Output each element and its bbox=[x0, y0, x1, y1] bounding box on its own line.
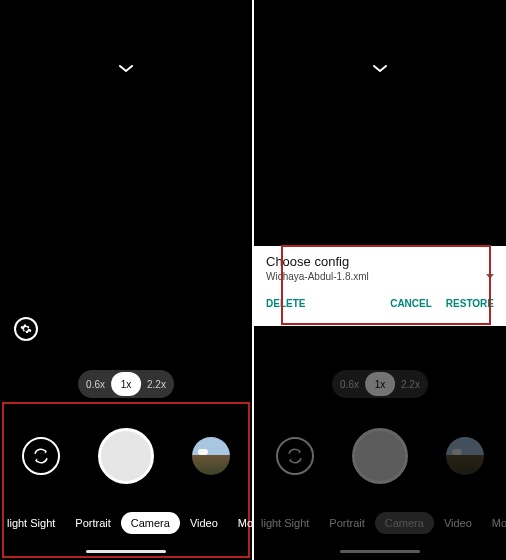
zoom-option-1[interactable]: 1x bbox=[111, 372, 141, 396]
zoom-option-2[interactable]: 2.2x bbox=[395, 372, 426, 396]
zoom-option-0[interactable]: 0.6x bbox=[80, 372, 111, 396]
config-dialog: Choose config Wichaya-Abdul-1.8.xml DELE… bbox=[254, 246, 506, 326]
shutter-row bbox=[254, 428, 506, 484]
phone-left: 0.6x 1x 2.2x light Sight Portrait Camera… bbox=[0, 0, 252, 560]
bottom-controls: light Sight Portrait Camera Video More bbox=[0, 400, 252, 560]
mode-portrait[interactable]: Portrait bbox=[319, 512, 374, 534]
gallery-thumbnail[interactable] bbox=[446, 437, 484, 475]
mode-night-sight[interactable]: light Sight bbox=[0, 512, 65, 534]
zoom-selector[interactable]: 0.6x 1x 2.2x bbox=[78, 370, 174, 398]
gear-icon bbox=[20, 323, 32, 335]
phone-right: Choose config Wichaya-Abdul-1.8.xml DELE… bbox=[254, 0, 506, 560]
mode-row[interactable]: light Sight Portrait Camera Video More bbox=[254, 512, 506, 534]
shutter-button[interactable] bbox=[98, 428, 154, 484]
zoom-option-1[interactable]: 1x bbox=[365, 372, 395, 396]
shutter-row bbox=[0, 428, 252, 484]
switch-camera-button[interactable] bbox=[22, 437, 60, 475]
mode-night-sight[interactable]: light Sight bbox=[251, 512, 319, 534]
config-filename: Wichaya-Abdul-1.8.xml bbox=[266, 271, 369, 282]
switch-camera-icon bbox=[32, 447, 50, 465]
shutter-button[interactable] bbox=[352, 428, 408, 484]
mode-camera[interactable]: Camera bbox=[121, 512, 180, 534]
dialog-actions: DELETE CANCEL RESTORE bbox=[266, 298, 494, 309]
nav-pill[interactable] bbox=[86, 550, 166, 553]
zoom-option-2[interactable]: 2.2x bbox=[141, 372, 172, 396]
gallery-thumbnail[interactable] bbox=[192, 437, 230, 475]
config-dropdown[interactable]: Wichaya-Abdul-1.8.xml bbox=[266, 271, 494, 282]
cancel-button[interactable]: CANCEL bbox=[390, 298, 432, 309]
mode-row[interactable]: light Sight Portrait Camera Video More bbox=[0, 512, 252, 534]
chevron-down-icon[interactable] bbox=[119, 63, 133, 75]
chevron-down-icon[interactable] bbox=[373, 63, 387, 75]
delete-button[interactable]: DELETE bbox=[266, 298, 305, 309]
mode-video[interactable]: Video bbox=[434, 512, 482, 534]
dialog-title: Choose config bbox=[266, 254, 494, 269]
zoom-selector[interactable]: 0.6x 1x 2.2x bbox=[332, 370, 428, 398]
bottom-controls: light Sight Portrait Camera Video More bbox=[254, 400, 506, 560]
switch-camera-button[interactable] bbox=[276, 437, 314, 475]
settings-button[interactable] bbox=[14, 317, 38, 341]
mode-camera[interactable]: Camera bbox=[375, 512, 434, 534]
restore-button[interactable]: RESTORE bbox=[446, 298, 494, 309]
mode-portrait[interactable]: Portrait bbox=[65, 512, 120, 534]
mode-video[interactable]: Video bbox=[180, 512, 228, 534]
mode-more[interactable]: More bbox=[482, 512, 506, 534]
switch-camera-icon bbox=[286, 447, 304, 465]
nav-pill[interactable] bbox=[340, 550, 420, 553]
dropdown-triangle-icon bbox=[486, 274, 494, 279]
zoom-option-0[interactable]: 0.6x bbox=[334, 372, 365, 396]
